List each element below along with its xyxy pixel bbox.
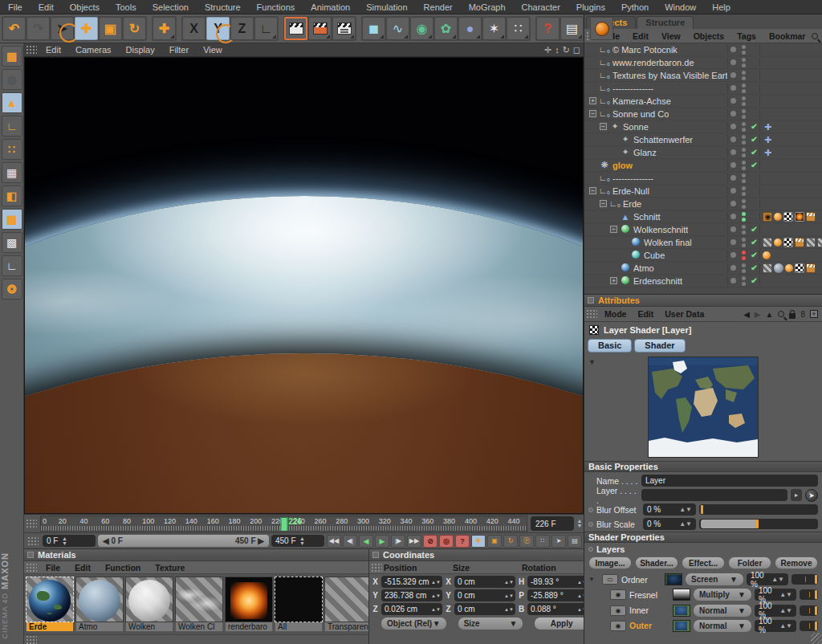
menu-python[interactable]: Python (613, 2, 657, 12)
visibility-dots[interactable] (739, 186, 748, 196)
checker-tag-icon[interactable] (783, 212, 793, 222)
visibility-dots[interactable] (739, 276, 748, 286)
goto-end-button[interactable]: ▶▶ (407, 535, 421, 548)
enabled-check-icon[interactable]: ✔ (748, 122, 759, 131)
panel-grip[interactable] (26, 519, 37, 528)
tree-item--[interactable]: ∟₀-------------- (584, 172, 822, 185)
glowtex-tag-icon[interactable] (795, 212, 804, 222)
layer-thumbnail[interactable] (673, 605, 690, 617)
preview-range-slider[interactable]: ◀ 0 F 450 F ▶ (98, 535, 269, 547)
expand-icon[interactable]: + (610, 277, 617, 284)
visibility-dots[interactable] (739, 148, 748, 157)
play-backward-button[interactable]: ◀ (359, 535, 373, 548)
material-globe-button[interactable] (590, 17, 613, 40)
coordinate-mode-dropdown[interactable]: Object (Rel)▼ (381, 618, 446, 630)
layer-dot[interactable] (727, 263, 739, 273)
render-picture-viewer-button[interactable] (308, 17, 332, 40)
next-key-button[interactable]: |▶ (391, 535, 405, 548)
blur-scale-input[interactable]: 0 % ▲▼ (643, 518, 696, 530)
materials-menu-texture[interactable]: Texture (148, 563, 192, 573)
render-visibility-dot[interactable] (742, 76, 746, 80)
layer-dot[interactable] (727, 276, 739, 286)
tree-item-wolken-final[interactable]: Wolken final✔ (584, 236, 822, 249)
stripe-tag-icon[interactable] (763, 263, 772, 273)
editor-visibility-dot[interactable] (742, 173, 746, 177)
menu-file[interactable]: File (0, 2, 31, 12)
collapse-icon[interactable]: − (589, 110, 596, 117)
render-visibility-dot[interactable] (742, 102, 746, 106)
materials-title-bar[interactable]: Materials (24, 549, 368, 561)
menu-help[interactable]: Help (704, 2, 739, 12)
layer-dot[interactable] (727, 84, 739, 93)
layer-eye-icon[interactable]: ◉ (610, 589, 626, 600)
layer-dot[interactable] (727, 58, 739, 67)
attributes-menu-edit[interactable]: Edit (632, 309, 659, 319)
field-spinner[interactable]: ▲▼ (431, 593, 439, 598)
generators-button[interactable]: ◉ (410, 17, 433, 40)
coordinate-system-button[interactable]: ∟ (254, 17, 278, 40)
goto-start-button[interactable]: ◀◀ (327, 535, 341, 548)
menu-edit[interactable]: Edit (31, 2, 62, 12)
editor-visibility-dot[interactable] (742, 263, 746, 267)
editor-visibility-dot[interactable] (742, 186, 746, 190)
layer-dot[interactable] (727, 225, 739, 234)
render-visibility-dot[interactable] (742, 141, 746, 145)
menu-selection[interactable]: Selection (144, 2, 197, 12)
render-view-button[interactable] (284, 17, 307, 40)
shader-layer-outer[interactable]: ◉OuterNormal▼100 %▲▼ (588, 619, 818, 633)
position-z-input[interactable]: 0.026 cm▲▼ (381, 603, 442, 615)
editor-visibility-dot[interactable] (742, 122, 746, 126)
search-icon[interactable] (812, 33, 818, 39)
clap-tag-icon[interactable] (795, 238, 804, 247)
tree-item-erdenschnitt[interactable]: +Erdenschnitt✔ (584, 275, 822, 287)
editor-visibility-dot[interactable] (742, 212, 746, 216)
objects-menu-bookmar[interactable]: Bookmar (763, 31, 812, 41)
visibility-dots[interactable] (739, 135, 748, 145)
tree-item-www-renderbaron-de[interactable]: ∟₀www.renderbaron.de (584, 56, 822, 69)
menu-character[interactable]: Character (514, 2, 568, 12)
polygons-mode-button[interactable]: ◧ (2, 185, 22, 206)
visibility-dots[interactable] (739, 58, 748, 67)
size-z-input[interactable]: 0 cm▲▼ (454, 603, 515, 615)
shader-layer-ordner[interactable]: ▼▭OrdnerScreen▼100 %▲▼ (588, 573, 818, 586)
pick-object-icon[interactable]: ➤ (805, 489, 818, 502)
object-axis-mode-button[interactable]: ∟ (2, 116, 22, 137)
tree-item-kamera-achse[interactable]: +∟₀Kamera-Achse (584, 95, 822, 108)
material-transparen[interactable]: Transparen (324, 577, 368, 632)
layer-thumbnail[interactable] (673, 620, 690, 632)
menu-structure[interactable]: Structure (197, 2, 249, 12)
range-end-field[interactable]: 450 F ▲▼ (271, 535, 324, 547)
panel-grip[interactable] (26, 563, 37, 573)
panel-grip[interactable] (586, 309, 597, 319)
visibility-dots[interactable] (739, 199, 748, 209)
points-mode-button[interactable]: ∷ (2, 139, 22, 160)
layer-dot[interactable] (727, 238, 739, 247)
y-axis-lock-button[interactable]: Y (206, 17, 230, 40)
add-panel-icon[interactable]: + (810, 310, 818, 318)
view-rotate-icon[interactable]: ↻ (563, 45, 570, 55)
stripe-tag-icon[interactable] (817, 238, 822, 247)
panel-grip[interactable] (371, 563, 382, 573)
opacity-slider[interactable] (791, 574, 818, 585)
visibility-dots[interactable] (739, 71, 748, 80)
layer-browse-icon[interactable]: ▸ (791, 489, 802, 501)
attributes-menu-mode[interactable]: Mode (599, 309, 632, 319)
stripe-tag-icon[interactable] (806, 238, 816, 247)
visibility-dots[interactable] (739, 122, 748, 132)
modeling-objects-button[interactable]: ✿ (434, 17, 458, 40)
layer-thumbnail[interactable] (673, 589, 690, 601)
objects-menu-edit[interactable]: Edit (626, 31, 655, 41)
coordinates-title-bar[interactable]: Coordinates (369, 549, 591, 561)
materials-menu-edit[interactable]: Edit (67, 563, 98, 573)
layer-button-folder[interactable]: Folder (728, 556, 771, 569)
texture-axis-mode-button[interactable]: ▩ (2, 232, 22, 253)
clap-tag-icon[interactable] (806, 212, 816, 222)
visibility-dots[interactable] (739, 225, 748, 234)
redo-button[interactable]: ↷ (26, 17, 50, 40)
objects-menu-tags[interactable]: Tags (730, 31, 763, 41)
viewport-canvas[interactable] (24, 57, 584, 514)
render-visibility-dot[interactable] (742, 256, 746, 260)
render-visibility-dot[interactable] (742, 243, 746, 247)
editor-visibility-dot[interactable] (742, 199, 746, 203)
field-spinner[interactable]: ▲▼ (504, 607, 512, 612)
